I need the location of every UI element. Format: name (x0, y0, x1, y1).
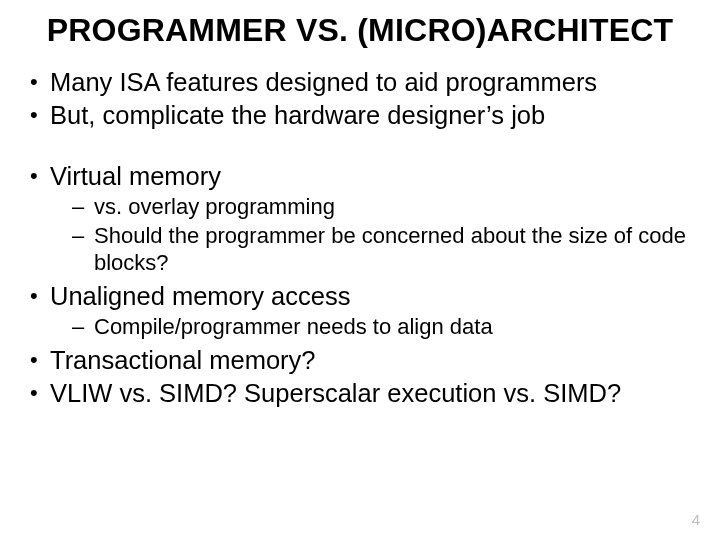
slide: PROGRAMMER VS. (MICRO)ARCHITECT Many ISA… (0, 0, 720, 540)
sub-bullet-item: Compile/programmer needs to align data (50, 314, 692, 341)
page-number: 4 (692, 511, 700, 528)
bullet-list: Many ISA features designed to aid progra… (28, 67, 692, 131)
sub-bullet-item: vs. overlay programming (50, 194, 692, 221)
bullet-item: Virtual memory vs. overlay programming S… (28, 161, 692, 277)
bullet-item: Transactional memory? (28, 345, 692, 376)
bullet-item: But, complicate the hardware designer’s … (28, 100, 692, 131)
bullet-list: Virtual memory vs. overlay programming S… (28, 161, 692, 409)
bullet-text: Unaligned memory access (50, 282, 350, 310)
bullet-item: Many ISA features designed to aid progra… (28, 67, 692, 98)
spacer (28, 133, 692, 161)
sub-bullet-item: Should the programmer be concerned about… (50, 223, 692, 277)
bullet-text: Virtual memory (50, 162, 221, 190)
sub-bullet-list: vs. overlay programming Should the progr… (50, 194, 692, 276)
bullet-item: VLIW vs. SIMD? Superscalar execution vs.… (28, 378, 692, 409)
slide-title: PROGRAMMER VS. (MICRO)ARCHITECT (28, 12, 692, 49)
sub-bullet-list: Compile/programmer needs to align data (50, 314, 692, 341)
bullet-item: Unaligned memory access Compile/programm… (28, 281, 692, 341)
